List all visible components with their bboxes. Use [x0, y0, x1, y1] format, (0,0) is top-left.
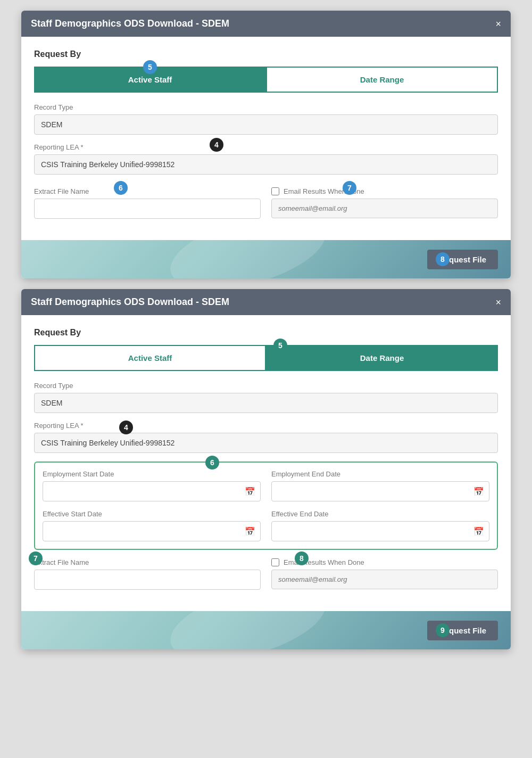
panel2-emp-start-wrap: 📅 [43, 481, 261, 501]
panel2-close-button[interactable]: × [495, 298, 501, 307]
panel2-reporting-lea-label: Reporting LEA * [34, 422, 498, 430]
panel1-email-checkbox-row: Email Results When Done [271, 187, 498, 195]
panel2-eff-end-wrap: 📅 [271, 521, 489, 541]
panel1-email-col: Email Results When Done [271, 187, 498, 219]
panel2-badge-9: 9 [436, 623, 450, 637]
panel2-emp-end-col: Employment End Date 📅 [271, 470, 489, 501]
panel1-record-type-input[interactable] [34, 114, 498, 135]
panel2-emp-end-wrap: 📅 [271, 481, 489, 501]
panel2-badge-7: 7 [29, 551, 43, 565]
panel1-request-by-label: Request By [34, 50, 498, 59]
panel2-emp-start-input[interactable] [43, 481, 261, 501]
panel2-email-checkbox[interactable] [271, 558, 279, 566]
panel2-badge-6: 6 [205, 456, 219, 469]
panel1-extract-label: Extract File Name [34, 187, 261, 195]
panel2-badge-8: 8 [295, 551, 309, 565]
panel2-reporting-lea-input[interactable] [34, 433, 498, 453]
panel2-badge-4: 4 [119, 421, 133, 434]
panel2-emp-start-label: Employment Start Date [43, 470, 261, 478]
panel2-eff-end-label: Effective End Date [271, 510, 489, 518]
panel1-badge-6: 6 [114, 181, 128, 195]
panel2-extract-input[interactable] [34, 570, 261, 590]
panel2-reporting-lea-group: 4 Reporting LEA * [34, 422, 498, 453]
panel2-emp-start-col: Employment Start Date 📅 [43, 470, 261, 501]
panel2-request-by-label: Request By [34, 328, 498, 337]
panel2-eff-end-col: Effective End Date 📅 [271, 510, 489, 541]
panel2-record-type-group: Record Type [34, 382, 498, 413]
panel1-title: Staff Demographics ODS Download - SDEM [31, 18, 229, 29]
panel1-body: Request By 5 Active Staff Date Range Rec… [21, 37, 511, 240]
panel1-extract-col: Extract File Name [34, 187, 261, 219]
panel2-footer: 9 Request File [21, 611, 511, 649]
panel1-badge-4: 4 [210, 138, 223, 152]
panel2-eff-start-wrap: 📅 [43, 521, 261, 541]
panel2-employment-date-row: Employment Start Date 📅 Employment End D… [43, 470, 489, 501]
panel1-reporting-lea-label: Reporting LEA * [34, 143, 498, 151]
panel2-active-staff-button[interactable]: Active Staff [34, 345, 266, 371]
panel2-eff-start-input[interactable] [43, 521, 261, 541]
panel2-eff-start-label: Effective Start Date [43, 510, 261, 518]
panel1-badge-7: 7 [343, 181, 356, 195]
panel2-toggle-row: 5 Active Staff Date Range [34, 345, 498, 371]
panel1-header: Staff Demographics ODS Download - SDEM × [21, 11, 511, 37]
panel2-body: Request By 5 Active Staff Date Range Rec… [21, 315, 511, 611]
panel1-reporting-lea-input[interactable] [34, 154, 498, 175]
panel2-title: Staff Demographics ODS Download - SDEM [31, 296, 229, 308]
panel2-date-range-button[interactable]: Date Range [266, 345, 498, 371]
panel2-modal: Staff Demographics ODS Download - SDEM ×… [21, 289, 511, 649]
panel2-record-type-input[interactable] [34, 393, 498, 413]
panel1-date-range-button[interactable]: Date Range [266, 67, 498, 93]
panel2-email-input[interactable] [271, 570, 498, 589]
panel1-badge-5: 5 [143, 60, 157, 74]
panel1-reporting-lea-group: 4 Reporting LEA * [34, 143, 498, 175]
panel1-toggle-row: 5 Active Staff Date Range [34, 67, 498, 93]
panel1-email-input[interactable] [271, 199, 498, 218]
panel1-record-type-group: Record Type [34, 103, 498, 135]
panel2-date-range-box: 6 Employment Start Date 📅 Employment End… [34, 462, 498, 550]
panel2-eff-end-input[interactable] [271, 521, 489, 541]
panel2-extract-col: Extract File Name [34, 558, 261, 590]
panel1-extract-input[interactable] [34, 199, 261, 219]
panel1-close-button[interactable]: × [495, 19, 501, 29]
panel2-emp-end-label: Employment End Date [271, 470, 489, 478]
panel1-footer: 8 Request File [21, 240, 511, 278]
panel2-effective-date-row: Effective Start Date 📅 Effective End Dat… [43, 510, 489, 541]
panel1-extract-email-row: 6 7 Extract File Name Email Results When… [34, 187, 498, 219]
panel2-badge-5: 5 [273, 339, 287, 352]
panel1-record-type-label: Record Type [34, 103, 498, 111]
panel2-eff-start-col: Effective Start Date 📅 [43, 510, 261, 541]
panel1-badge-8: 8 [436, 252, 450, 266]
panel1-modal: Staff Demographics ODS Download - SDEM ×… [21, 11, 511, 278]
panel2-record-type-label: Record Type [34, 382, 498, 390]
panel2-header: Staff Demographics ODS Download - SDEM × [21, 289, 511, 315]
panel2-extract-email-row: 7 8 Extract File Name Email Results When… [34, 558, 498, 590]
panel1-email-checkbox[interactable] [271, 187, 279, 195]
panel2-extract-label: Extract File Name [34, 558, 261, 566]
panel2-emp-end-input[interactable] [271, 481, 489, 501]
